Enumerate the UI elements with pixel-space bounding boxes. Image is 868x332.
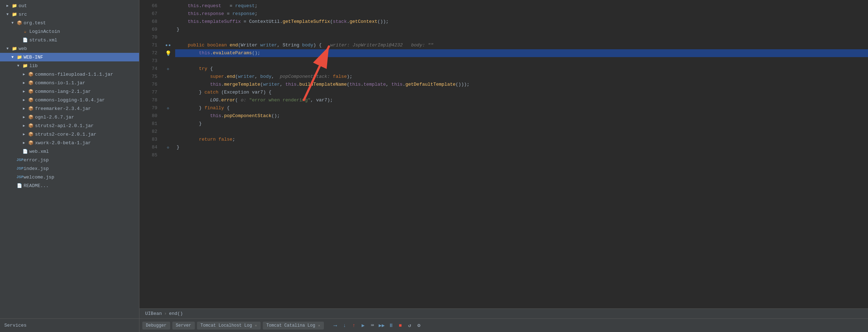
sidebar-label-loginactoin: LoginActoin (29, 29, 60, 34)
code-line-80: this.popComponentStack(); (175, 112, 868, 120)
token-comma-76: , (280, 81, 286, 89)
sidebar-item-jar7[interactable]: ▶ 📦 struts2-api-2.0.1.jar (0, 121, 139, 130)
jar-icon-7: 📦 (28, 123, 34, 129)
debug-run-icon-71a: ● (165, 43, 168, 47)
sidebar-item-errorjsp[interactable]: ▶ JSP error.jsp (0, 156, 139, 164)
code-line-66: this.request = request; (175, 2, 868, 10)
step-out-icon[interactable]: ↑ (350, 322, 357, 329)
sidebar-label-jar7: struts2-api-2.0.1.jar (35, 123, 94, 129)
expand-arrow-jar2: ▶ (23, 81, 27, 85)
token-response-67: response (232, 10, 255, 18)
line-num-79: 79 (139, 104, 157, 112)
token-bool-71: boolean (207, 41, 230, 49)
debug-run-icon-71b: ● (168, 43, 171, 47)
step-into-icon[interactable]: ↓ (341, 322, 348, 329)
evaluate-icon[interactable]: ⌨ (369, 322, 376, 329)
token-dot-66: . (199, 2, 202, 10)
sidebar-item-jar9[interactable]: ▶ 📦 xwork-2.0-beta-1.jar (0, 139, 139, 147)
token-brace-79: } (199, 104, 204, 112)
sidebar-item-jar8[interactable]: ▶ 📦 struts2-core-2.0.1.jar (0, 130, 139, 139)
sidebar-label-jar6: ognl-2.6.7.jar (35, 115, 74, 120)
sidebar-item-orgtest[interactable]: ▼ 📦 org.test (0, 19, 139, 27)
code-editor[interactable]: 66 67 68 69 70 71 72 73 74 75 76 77 78 7… (139, 0, 868, 318)
sidebar-item-readme[interactable]: ▶ 📄 README... (0, 181, 139, 190)
token-this-80: this (210, 112, 221, 120)
expand-arrow-jar8: ▶ (23, 132, 27, 136)
java-icon-loginactoin: ☕ (22, 29, 28, 34)
folder-icon-src: 📁 (11, 12, 17, 17)
sidebar-item-jar2[interactable]: ▶ 📦 commons-io-1.1.jar (0, 79, 139, 87)
resume-icon[interactable]: ▶▶ (378, 322, 385, 329)
step-over-icon[interactable]: ⟶ (332, 322, 339, 329)
code-line-70 (175, 34, 868, 41)
sidebar-item-jar6[interactable]: ▶ 📦 ognl-2.6.7.jar (0, 113, 139, 121)
token-spaces-74 (177, 65, 199, 73)
line-num-83: 83 (139, 136, 157, 144)
sidebar-item-strutsxml[interactable]: ▶ 📄 struts.xml (0, 36, 139, 44)
line-num-72: 72 (139, 49, 157, 57)
tab-tomcat-localhost[interactable]: Tomcat Localhost Log ✕ (197, 322, 261, 330)
expand-arrow-webinf: ▼ (11, 55, 16, 59)
tab-tomcat-catalina-close[interactable]: ✕ (318, 323, 320, 328)
file-icon-readme: 📄 (16, 183, 22, 188)
token-spaces-71 (177, 41, 188, 49)
line-num-67: 67 (139, 10, 157, 18)
line-num-80: 80 (139, 112, 157, 120)
gutter-71: ● ● (161, 41, 175, 49)
tab-debugger[interactable]: Debugger (142, 322, 170, 330)
sidebar-label-out: out (19, 3, 27, 9)
token-comma-75: , (255, 73, 260, 81)
tab-tomcat-catalina[interactable]: Tomcat Catalina Log ✕ (263, 322, 324, 330)
sidebar-item-welcomejsp[interactable]: ▶ JSP welcome.jsp (0, 173, 139, 181)
run-to-cursor-icon[interactable]: ▶ (360, 322, 367, 329)
token-lp-77: ( (221, 89, 224, 96)
bookmark-74: ◇ (167, 67, 169, 71)
services-panel-label: Services (0, 319, 139, 332)
stop-icon[interactable]: ■ (397, 322, 404, 329)
file-tree-sidebar[interactable]: ▶ 📁 out ▼ 📁 src ▼ 📦 org.test ▶ ☕ LoginAc… (0, 0, 139, 318)
line-num-69: 69 (139, 26, 157, 34)
sidebar-item-jar4[interactable]: ▶ 📦 commons-logging-1.0.4.jar (0, 96, 139, 104)
sidebar-label-jar2: commons-io-1.1.jar (35, 80, 85, 86)
token-this2-76: this (285, 81, 296, 89)
token-var7-78: var7 (316, 96, 327, 104)
token-writer-71: writer (260, 41, 277, 49)
token-end-71: end (230, 41, 238, 49)
token-getdefault-76: getDefaultTemplate (405, 81, 455, 89)
sidebar-item-src[interactable]: ▼ 📁 src (0, 10, 139, 19)
token-writer-76: writer (263, 81, 280, 89)
jsp-icon-welcome: JSP (16, 175, 22, 179)
sidebar-item-jar3[interactable]: ▶ 📦 commons-lang-2.1.jar (0, 87, 139, 96)
sidebar-label-jar4: commons-logging-1.0.4.jar (35, 97, 105, 103)
sidebar-item-jar1[interactable]: ▶ 📦 commons-fileupload-1.1.1.jar (0, 70, 139, 79)
sidebar-item-jar5[interactable]: ▶ 📦 freemarker-2.3.4.jar (0, 104, 139, 113)
token-dot4-76: . (403, 81, 405, 89)
sidebar-item-loginactoin[interactable]: ▶ ☕ LoginActoin (0, 27, 139, 36)
token-merge-76: mergeTemplate (224, 81, 260, 89)
code-line-83: return false; (175, 136, 868, 144)
token-parens-72: (); (252, 49, 260, 57)
tab-server[interactable]: Server (172, 322, 195, 330)
token-rp-71: ) { (313, 41, 321, 49)
token-resp-67: response (202, 10, 224, 18)
settings-icon[interactable]: ⚙ (415, 322, 423, 329)
token-super-75: super (210, 73, 224, 81)
line-num-75: 75 (139, 73, 157, 81)
token-eq-67: = (224, 10, 232, 18)
jar-icon-4: 📦 (28, 97, 34, 103)
sidebar-item-webxml[interactable]: ▶ 📄 web.xml (0, 147, 139, 156)
sidebar-item-lib[interactable]: ▼ 📁 lib (0, 61, 139, 70)
jar-icon-8: 📦 (28, 132, 34, 137)
sidebar-item-out[interactable]: ▶ 📁 out (0, 1, 139, 10)
pause-icon[interactable]: ⏸ (388, 322, 395, 329)
sidebar-item-web[interactable]: ▼ 📁 web (0, 44, 139, 53)
token-body-75: body (260, 73, 271, 81)
gutter-74: ◇ (161, 65, 175, 73)
sidebar-item-webinf[interactable]: ▼ 📁 WEB-INF (0, 53, 139, 61)
rerun-icon[interactable]: ↺ (406, 322, 413, 329)
token-hint-75: popComponentStack: (280, 73, 333, 81)
expand-arrow-orgtest: ▼ (11, 21, 16, 25)
sidebar-item-indexjsp[interactable]: ▶ JSP index.jsp (0, 164, 139, 173)
tab-tomcat-localhost-close[interactable]: ✕ (255, 323, 257, 328)
token-lp-75: ( (235, 73, 238, 81)
